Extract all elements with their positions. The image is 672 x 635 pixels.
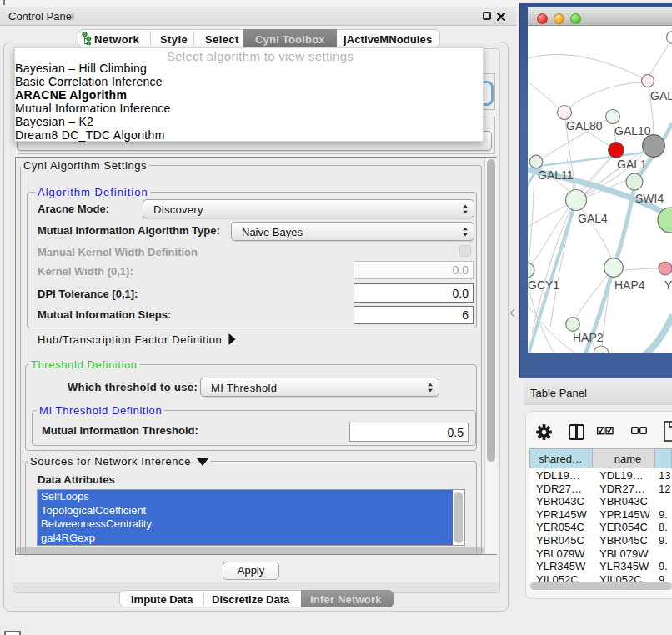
svg-text:GAL7: GAL7 [650,89,672,102]
svg-text:GAL80: GAL80 [566,119,603,132]
svg-text:GAL10: GAL10 [614,124,651,138]
svg-text:GAL11: GAL11 [538,168,574,182]
svg-text:GAL1: GAL1 [617,158,647,171]
svg-text:GAL4: GAL4 [578,212,608,225]
svg-text:Y: Y [664,278,672,292]
svg-text:SWI4: SWI4 [635,192,664,205]
svg-text:HAP4: HAP4 [614,278,645,292]
svg-text:GCY1: GCY1 [528,278,559,292]
svg-text:HAP2: HAP2 [573,331,604,344]
